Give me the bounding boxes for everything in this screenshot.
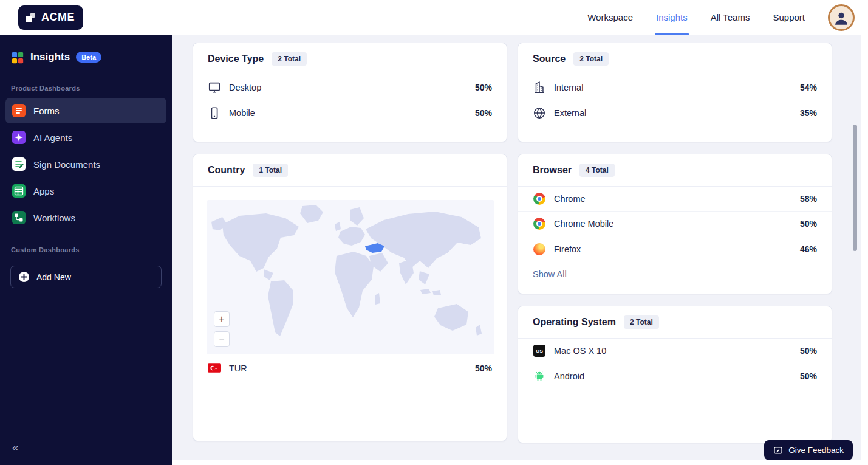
card-title: Country xyxy=(208,165,245,176)
card-title: Source xyxy=(533,53,566,64)
stat-row: Android 50% xyxy=(518,363,832,388)
section-label-product-dashboards: Product Dashboards xyxy=(0,77,172,97)
card-header: Device Type 2 Total xyxy=(193,43,507,75)
card-title: Device Type xyxy=(208,53,264,64)
stat-row: Desktop 50% xyxy=(193,75,507,100)
operating-system-card: Operating System 2 Total OS Mac OS X 10 … xyxy=(518,306,832,443)
add-new-label: Add New xyxy=(36,272,71,282)
stat-label: Internal xyxy=(554,83,583,92)
nav-workspace[interactable]: Workspace xyxy=(587,0,633,35)
card-header: Browser 4 Total xyxy=(518,154,832,187)
country-card: Country 1 Total xyxy=(193,154,507,441)
acme-logo[interactable]: ACME xyxy=(18,5,83,30)
nav-support[interactable]: Support xyxy=(773,0,805,35)
stat-row: External 35% xyxy=(518,100,832,125)
map-zoom-controls: + − xyxy=(214,311,230,347)
source-card: Source 2 Total Internal 54% External 35% xyxy=(518,43,832,142)
top-header: ACME Workspace Insights All Teams Suppor… xyxy=(0,0,868,35)
sidebar-collapse-button[interactable]: « xyxy=(12,441,19,454)
total-badge: 4 Total xyxy=(579,164,615,177)
stat-label: Chrome Mobile xyxy=(554,219,613,229)
give-feedback-button[interactable]: Give Feedback xyxy=(764,440,853,460)
sidebar-item-workflows[interactable]: Workflows xyxy=(5,205,166,230)
stat-value: 54% xyxy=(800,83,817,92)
desktop-icon xyxy=(208,81,221,94)
chrome-icon xyxy=(533,192,546,205)
sidebar-item-label: Apps xyxy=(33,186,54,196)
stat-row: OS Mac OS X 10 50% xyxy=(518,339,832,363)
feedback-icon xyxy=(773,446,783,455)
sidebar: Insights Beta Product Dashboards Forms A… xyxy=(0,35,172,465)
chrome-icon xyxy=(533,217,546,230)
sidebar-item-label: AI Agents xyxy=(33,133,72,143)
card-title: Operating System xyxy=(533,317,616,328)
stat-value: 50% xyxy=(475,108,492,118)
insights-logo-icon xyxy=(11,50,24,64)
sidebar-title: Insights xyxy=(30,51,70,63)
workflows-icon xyxy=(12,211,26,224)
stat-row: Mobile 50% xyxy=(193,100,507,125)
stat-value: 50% xyxy=(800,371,817,381)
header-nav: Workspace Insights All Teams Support xyxy=(587,0,855,35)
ai-agents-icon xyxy=(12,131,26,144)
stat-value: 35% xyxy=(800,108,817,118)
scrollbar-thumb[interactable] xyxy=(853,125,857,251)
apps-icon xyxy=(12,184,26,198)
nav-all-teams[interactable]: All Teams xyxy=(711,0,750,35)
feedback-label: Give Feedback xyxy=(788,446,844,455)
stat-label: Android xyxy=(554,371,584,381)
sidebar-item-ai-agents[interactable]: AI Agents xyxy=(5,125,166,150)
firefox-icon xyxy=(533,243,546,256)
sidebar-item-label: Sign Documents xyxy=(33,159,100,170)
stat-value: 46% xyxy=(800,244,817,254)
mobile-icon xyxy=(208,106,221,120)
sidebar-item-apps[interactable]: Apps xyxy=(5,178,166,204)
nav-insights[interactable]: Insights xyxy=(656,0,688,35)
stat-label: TUR xyxy=(229,363,247,373)
stat-label: Mac OS X 10 xyxy=(554,346,606,356)
sidebar-item-label: Workflows xyxy=(33,213,75,223)
card-header: Country 1 Total xyxy=(193,154,507,187)
person-icon xyxy=(833,9,850,26)
world-map-svg xyxy=(207,200,494,354)
stat-row: Firefox 46% xyxy=(518,236,832,261)
stat-value: 50% xyxy=(475,83,492,92)
add-new-button[interactable]: Add New xyxy=(10,266,162,288)
sidebar-brand: Insights Beta xyxy=(0,35,172,77)
user-avatar[interactable] xyxy=(828,4,855,31)
sidebar-item-forms[interactable]: Forms xyxy=(5,98,166,123)
stat-row: Chrome Mobile 50% xyxy=(518,212,832,236)
stat-row: Chrome 58% xyxy=(518,187,832,212)
plus-circle-icon xyxy=(18,271,30,283)
zoom-out-button[interactable]: − xyxy=(214,331,230,347)
stat-label: Chrome xyxy=(554,194,586,204)
stat-label: External xyxy=(554,108,586,118)
world-map[interactable]: + − xyxy=(207,200,494,354)
sign-documents-icon xyxy=(12,157,26,171)
stat-value: 58% xyxy=(800,194,817,204)
zoom-in-button[interactable]: + xyxy=(214,311,230,327)
building-icon xyxy=(533,81,546,94)
stat-value: 50% xyxy=(475,363,492,373)
android-icon xyxy=(533,370,546,383)
forms-icon xyxy=(12,104,26,117)
card-title: Browser xyxy=(533,165,572,176)
turkey-flag-icon xyxy=(208,362,221,375)
stat-value: 50% xyxy=(800,346,817,356)
globe-icon xyxy=(533,106,546,120)
card-header: Source 2 Total xyxy=(518,43,832,75)
macos-icon: OS xyxy=(533,344,546,357)
stat-label: Mobile xyxy=(229,108,255,118)
total-badge: 2 Total xyxy=(573,52,609,66)
total-badge: 1 Total xyxy=(253,164,288,177)
stat-value: 50% xyxy=(800,219,817,229)
logo-text: ACME xyxy=(41,11,75,24)
sidebar-item-sign-documents[interactable]: Sign Documents xyxy=(5,151,166,177)
stat-label: Desktop xyxy=(229,83,261,92)
sidebar-item-label: Forms xyxy=(33,106,60,116)
main-content: Device Type 2 Total Desktop 50% Mobile 5… xyxy=(172,35,861,460)
section-label-custom-dashboards: Custom Dashboards xyxy=(0,239,172,258)
show-all-link[interactable]: Show All xyxy=(518,261,832,287)
stat-row: TUR 50% xyxy=(193,356,507,381)
stat-row: Internal 54% xyxy=(518,75,832,100)
